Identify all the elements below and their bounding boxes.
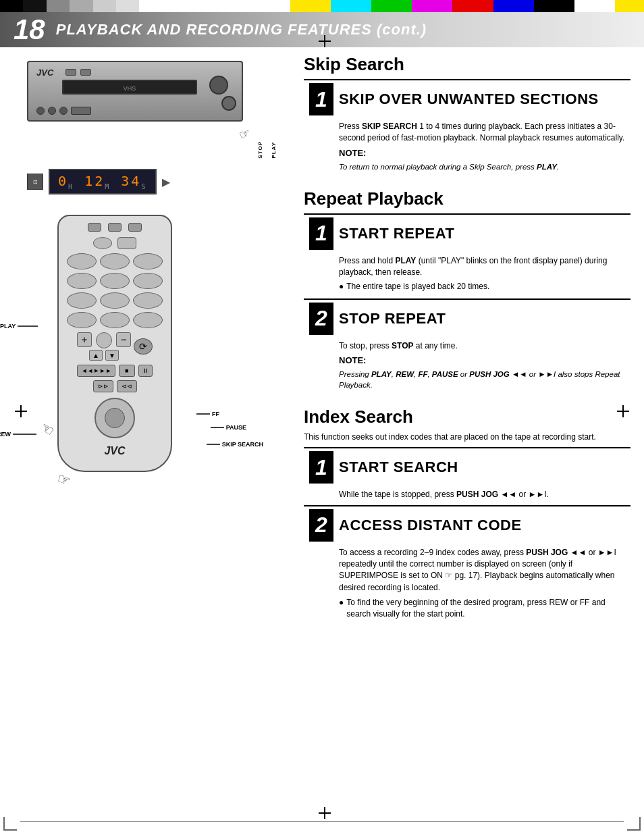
skip-search-label-text: SKIP SEARCH [222,441,263,448]
skip-search-step1-number: 1 [309,83,333,115]
index-step2-title: ACCESS DISTANT CODE [339,517,522,534]
repeat-step2-title: STOP REPEAT [339,310,446,328]
repeat-step1-bullet-text: The entire tape is played back 20 times. [346,281,489,292]
repeat-start-block: 1 START REPEAT Press and hold PLAY (unti… [304,213,630,298]
skip-search-step1-body: Press SKIP SEARCH 1 to 4 times during pl… [304,118,630,176]
counter-s: 34S [121,173,147,189]
skip-search-step1-title: SKIP OVER UNWANTED SECTIONS [339,90,599,108]
remote-num0b [100,312,130,328]
counter-icon-sym: ⊡ [33,179,38,185]
remote-center-btn[interactable] [96,332,112,348]
remote-down-btn[interactable]: ▼ [105,350,119,361]
color-gray2 [70,0,92,12]
remote-skip-area[interactable]: ⊳⊳ [93,380,113,392]
counter-display: 0H 12M 34S [49,169,157,194]
vcr-slot-label: VHS [63,81,196,96]
skip-search-heading: Skip Search [304,54,630,75]
repeat-step2-header: 2 STOP REPEAT [304,300,630,338]
remote-num6 [133,273,163,289]
counter-row: ⊡ 0H 12M 34S ▶ [27,169,284,194]
remote-pushjog-row [67,398,163,438]
corner-mark-bl [3,817,17,831]
remote-timer-btn[interactable]: ⟳ [134,338,153,355]
index-step2-para: To access a recording 2–9 index codes aw… [339,547,625,594]
repeat-stop-block: 2 STOP REPEAT To stop, press STOP at any… [304,298,630,394]
vcr-image-area: JVC VHS ☞ STOP PLAY [14,61,284,122]
index-start-block: 1 START SEARCH While the tape is stopped… [304,447,630,504]
stop-label-vcr: STOP [257,141,263,159]
remote-nav-inner: + − ▲ ▼ [77,332,131,361]
vcr-knob [209,76,228,95]
remote-extra-btn[interactable]: ⊲⊲ [117,380,137,392]
left-column: JVC VHS ☞ STOP PLAY [14,54,284,807]
repeat-playback-heading: Repeat Playback [304,188,630,209]
index-step1-header: 1 START SEARCH [304,448,630,486]
bullet-dot-2: ● [339,597,344,608]
index-step2-body: To access a recording 2–9 index codes aw… [304,544,630,627]
remote-top-row [67,223,163,232]
play-label-text: PLAY [0,323,16,330]
remote-body: + − ▲ ▼ ⟳ ◄◄ ▶ ►► [57,215,172,472]
repeat-step2-number: 2 [309,303,333,335]
index-step1-para: While the tape is stopped, press PUSH JO… [339,489,625,500]
vcr-top-controls [65,69,91,76]
remote-num1 [67,253,97,269]
vcr-circle-btn2 [48,107,56,115]
play-label: PLAY [0,323,38,330]
corner-mark-br [627,817,641,831]
color-bar [0,0,644,12]
vcr-unit: JVC VHS [27,61,243,122]
remote-num2 [100,253,130,269]
index-search-heading: Index Search [304,407,630,427]
color-black1 [0,0,23,12]
remote-num0c [133,312,163,328]
right-column: Skip Search 1 SKIP OVER UNWANTED SECTION… [304,54,630,807]
color-white [574,0,615,12]
index-step1-number: 1 [309,451,333,484]
page-title: PLAYBACK AND RECORDING FEATURES (cont.) [56,21,427,38]
vcr-ctrl-btn1 [65,69,76,76]
remote-btn-top1 [88,223,101,232]
remote-transport-row1: ◄◄ ▶ ►► ■ ⏸ [67,365,163,377]
index-step1-body: While the tape is stopped, press PUSH JO… [304,486,630,504]
color-blue [493,0,534,12]
remote-minus-btn[interactable]: − [116,332,131,347]
ff-label: FF [196,411,219,417]
remote-jog-wheel[interactable] [95,398,135,438]
remote-jog-inner [105,408,125,428]
page-header: 18 PLAYBACK AND RECORDING FEATURES (cont… [0,12,644,47]
repeat-step1-bullet: ● The entire tape is played back 20 time… [339,281,625,292]
repeat-step1-number: 1 [309,217,333,250]
remote-up-btn[interactable]: ▲ [89,350,103,361]
vcr-ctrl-btn2 [80,69,91,76]
vcr-circle-btn1 [36,107,45,115]
remote-brand: JVC [67,445,163,457]
repeat-step2-body: To stop, press STOP at any time. NOTE: P… [304,338,630,394]
remote-num9 [133,292,163,309]
remote-ff-symbol: ►► [99,367,111,374]
repeat-step1-body: Press and hold PLAY (until "PLAY" blinks… [304,253,630,298]
skip-search-para: Press SKIP SEARCH 1 to 4 times during pl… [339,121,625,145]
remote-display-btn [117,237,136,249]
play-label-vcr: PLAY [271,142,277,159]
remote-num8 [100,292,130,309]
remote-num4 [67,273,97,289]
index-step2-header: 2 ACCESS DISTANT CODE [304,506,630,544]
pause-label: PAUSE [211,424,246,431]
skip-search-block: 1 SKIP OVER UNWANTED SECTIONS Press SKIP… [304,79,630,176]
counter-h: 0H [58,173,74,189]
remote-area: + − ▲ ▼ ⟳ ◄◄ ▶ ►► [20,215,209,472]
remote-btn-top3 [128,223,142,232]
counter-arrow: ▶ [162,176,170,188]
remote-num0a [67,312,97,328]
remote-plus-btn[interactable]: + [77,332,92,347]
bullet-dot-1: ● [339,281,344,292]
remote-arrows: ▲ ▼ [89,350,119,361]
remote-num3 [133,253,163,269]
remote-play-btn-inner: ▶ [95,368,98,373]
crosshair-bottom [319,807,331,819]
color-gray4 [116,0,139,12]
remote-nav: + − ▲ ▼ ⟳ [67,332,163,361]
index-step1-title: START SEARCH [339,459,458,476]
rew-label: REW [0,431,36,438]
